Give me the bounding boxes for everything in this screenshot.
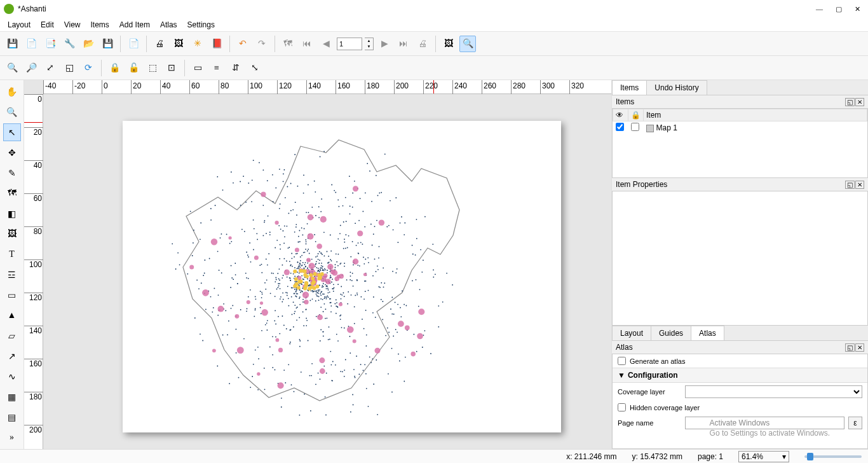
add-3dmap-button[interactable]: ◧ bbox=[3, 205, 21, 223]
new-layout-button[interactable]: 📄 bbox=[23, 36, 39, 52]
svg-point-55 bbox=[339, 233, 341, 234]
panel-dock-icon[interactable]: ◱ bbox=[845, 343, 855, 352]
atlas-configuration-header[interactable]: ▼ Configuration bbox=[613, 368, 867, 383]
ungroup-button[interactable]: ⊡ bbox=[163, 60, 180, 76]
zoom-tool[interactable]: 🔍 bbox=[3, 103, 21, 121]
hidden-coverage-checkbox[interactable] bbox=[618, 403, 626, 411]
atlas-preview-button[interactable]: 🗺 bbox=[280, 36, 296, 52]
atlas-settings-button[interactable]: 🔍 bbox=[459, 36, 476, 52]
tab-undo-history[interactable]: Undo History bbox=[646, 80, 707, 95]
panel-dock-icon[interactable]: ◱ bbox=[845, 181, 855, 189]
lock-button[interactable]: 🔒 bbox=[106, 60, 123, 76]
move-item-content-tool[interactable]: ✥ bbox=[3, 144, 21, 162]
item-properties-panel[interactable] bbox=[612, 191, 868, 326]
atlas-prev-button[interactable]: ◀ bbox=[318, 36, 334, 52]
add-items-from-template-button[interactable]: 📄 bbox=[125, 36, 142, 52]
panel-close-icon[interactable]: ✕ bbox=[855, 343, 864, 352]
distribute-button[interactable]: ⇵ bbox=[227, 60, 244, 76]
undo-button[interactable]: ↶ bbox=[234, 36, 251, 52]
canvas-viewport[interactable] bbox=[43, 94, 611, 449]
zoom-full-button[interactable]: ⤢ bbox=[42, 60, 58, 76]
refresh-button[interactable]: ⟳ bbox=[80, 60, 97, 76]
menu-layout[interactable]: Layout bbox=[4, 19, 34, 31]
edit-nodes-tool[interactable]: ✎ bbox=[3, 164, 21, 182]
save-template-button[interactable]: 💾 bbox=[99, 36, 116, 52]
save-button[interactable]: 💾 bbox=[4, 36, 20, 52]
add-legend-button[interactable]: ☲ bbox=[3, 266, 21, 284]
add-node-item-button[interactable]: ∿ bbox=[3, 368, 21, 385]
redo-button[interactable]: ↷ bbox=[254, 36, 270, 52]
svg-point-352 bbox=[321, 265, 322, 266]
raise-button[interactable]: ▭ bbox=[189, 60, 206, 76]
panel-close-icon[interactable]: ✕ bbox=[855, 98, 864, 106]
coverage-layer-select[interactable] bbox=[685, 385, 862, 398]
tab-layout[interactable]: Layout bbox=[612, 326, 651, 340]
tab-guides[interactable]: Guides bbox=[651, 326, 691, 340]
atlas-panel[interactable]: Generate an atlas ▼ Configuration Covera… bbox=[612, 354, 868, 449]
zoom-out-button[interactable]: 🔎 bbox=[23, 60, 39, 76]
atlas-first-button[interactable]: ⏮ bbox=[299, 36, 315, 52]
add-northarrow-button[interactable]: ▲ bbox=[3, 307, 21, 324]
svg-point-890 bbox=[318, 263, 320, 264]
item-visible-checkbox[interactable] bbox=[616, 123, 624, 131]
zoom-slider[interactable] bbox=[804, 455, 862, 458]
add-html-button[interactable]: ▦ bbox=[3, 388, 21, 406]
add-shape-button[interactable]: ▱ bbox=[3, 327, 21, 345]
atlas-next-button[interactable]: ▶ bbox=[376, 36, 393, 52]
add-map-button[interactable]: 🗺 bbox=[3, 184, 21, 202]
page-name-input[interactable] bbox=[685, 417, 844, 429]
export-image-button[interactable]: 🖼 bbox=[170, 36, 187, 52]
resize-button[interactable]: ⤡ bbox=[247, 60, 263, 76]
menu-view[interactable]: View bbox=[60, 19, 85, 31]
menu-items[interactable]: Items bbox=[87, 19, 113, 31]
add-table-button[interactable]: ▤ bbox=[3, 408, 21, 426]
layout-page[interactable] bbox=[123, 121, 561, 432]
chevron-down-icon: ▾ bbox=[782, 452, 786, 461]
more-tools[interactable]: » bbox=[3, 429, 21, 446]
duplicate-layout-button[interactable]: 📑 bbox=[42, 36, 58, 52]
canvas-area[interactable]: -40-200204060801001201401601802002202402… bbox=[24, 80, 611, 449]
table-row[interactable]: Map 1 bbox=[613, 121, 867, 135]
zoom-actual-button[interactable]: ◱ bbox=[61, 60, 78, 76]
add-label-button[interactable]: T bbox=[3, 245, 21, 263]
unlock-button[interactable]: 🔓 bbox=[125, 60, 142, 76]
add-picture-button[interactable]: 🖼 bbox=[3, 225, 21, 243]
atlas-page-spinner[interactable]: ▲▼ bbox=[365, 38, 374, 50]
menu-atlas[interactable]: Atlas bbox=[156, 19, 181, 31]
atlas-last-button[interactable]: ⏭ bbox=[395, 36, 412, 52]
tab-items[interactable]: Items bbox=[612, 80, 647, 95]
page-name-expression-button[interactable]: ε bbox=[848, 417, 862, 429]
pan-tool[interactable]: ✋ bbox=[3, 83, 21, 100]
add-arrow-button[interactable]: ↗ bbox=[3, 347, 21, 365]
svg-point-449 bbox=[295, 253, 297, 254]
svg-point-421 bbox=[272, 367, 273, 368]
select-tool[interactable]: ↖ bbox=[3, 123, 21, 141]
menu-settings[interactable]: Settings bbox=[184, 19, 219, 31]
close-button[interactable]: ✕ bbox=[855, 5, 860, 13]
atlas-export-image-button[interactable]: 🖼 bbox=[440, 36, 457, 52]
export-pdf-button[interactable]: 📕 bbox=[208, 36, 225, 52]
print-button[interactable]: 🖨 bbox=[151, 36, 168, 52]
svg-point-842 bbox=[344, 376, 345, 377]
atlas-print-button[interactable]: 🖨 bbox=[414, 36, 431, 52]
zoom-in-button[interactable]: 🔍 bbox=[4, 60, 20, 76]
zoom-level-input[interactable]: 61.4% ▾ bbox=[738, 451, 789, 462]
export-svg-button[interactable]: ✳ bbox=[189, 36, 206, 52]
layout-manager-button[interactable]: 🔧 bbox=[61, 36, 78, 52]
menu-edit[interactable]: Edit bbox=[37, 19, 58, 31]
map-item[interactable] bbox=[123, 121, 561, 432]
tab-atlas[interactable]: Atlas bbox=[691, 326, 724, 340]
panel-dock-icon[interactable]: ◱ bbox=[845, 98, 855, 106]
maximize-button[interactable]: ▢ bbox=[836, 5, 842, 13]
generate-atlas-checkbox[interactable] bbox=[618, 357, 626, 365]
open-template-button[interactable]: 📂 bbox=[80, 36, 97, 52]
add-scalebar-button[interactable]: ▭ bbox=[3, 286, 21, 304]
atlas-page-input[interactable] bbox=[337, 38, 362, 50]
item-lock-checkbox[interactable] bbox=[631, 123, 639, 131]
group-button[interactable]: ⬚ bbox=[144, 60, 161, 76]
panel-close-icon[interactable]: ✕ bbox=[855, 181, 864, 189]
menu-add-item[interactable]: Add Item bbox=[116, 19, 154, 31]
align-button[interactable]: ≡ bbox=[208, 60, 225, 76]
items-list[interactable]: 👁 🔒 Item Map 1 bbox=[612, 108, 868, 178]
minimize-button[interactable]: — bbox=[816, 5, 823, 13]
